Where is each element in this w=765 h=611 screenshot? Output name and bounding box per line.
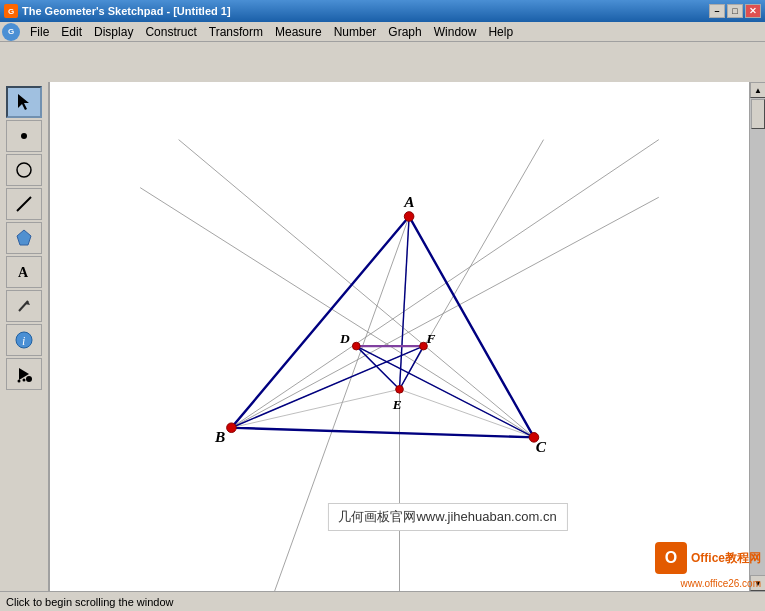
- menu-window[interactable]: Window: [428, 23, 483, 41]
- svg-marker-4: [17, 230, 31, 245]
- title-bar: G The Geometer's Sketchpad - [Untitled 1…: [0, 0, 765, 22]
- marker-tool[interactable]: [6, 290, 42, 322]
- svg-point-13: [18, 380, 21, 383]
- menu-construct[interactable]: Construct: [139, 23, 202, 41]
- svg-line-23: [231, 197, 658, 427]
- svg-text:B: B: [214, 428, 225, 445]
- svg-line-21: [140, 188, 534, 438]
- svg-point-12: [23, 379, 26, 382]
- svg-text:i: i: [22, 334, 25, 348]
- app-icon: G: [4, 4, 18, 18]
- select-tool[interactable]: [6, 86, 42, 118]
- menu-edit[interactable]: Edit: [55, 23, 88, 41]
- svg-text:A: A: [18, 265, 29, 280]
- office-ad: O Office教程网 www.office26.com: [655, 542, 761, 589]
- svg-point-37: [227, 423, 237, 433]
- menu-number[interactable]: Number: [328, 23, 383, 41]
- svg-point-11: [26, 376, 32, 382]
- svg-point-1: [21, 133, 27, 139]
- menu-help[interactable]: Help: [482, 23, 519, 41]
- svg-marker-0: [18, 94, 29, 110]
- svg-marker-30: [231, 216, 534, 437]
- svg-text:D: D: [339, 331, 350, 346]
- info-tool[interactable]: i: [6, 324, 42, 356]
- menu-app-icon: G: [2, 23, 20, 41]
- compass-tool[interactable]: [6, 154, 42, 186]
- svg-point-36: [404, 212, 414, 222]
- outer-menu-bar: G File Edit Display Construct Transform …: [0, 22, 765, 42]
- svg-text:C: C: [536, 438, 547, 455]
- svg-line-31: [400, 216, 410, 389]
- menu-graph[interactable]: Graph: [382, 23, 427, 41]
- svg-line-24: [275, 216, 409, 591]
- inner-window: Untitled 1 – □ ✕: [0, 22, 765, 611]
- main-area: A i: [0, 82, 765, 591]
- vertical-scrollbar[interactable]: ▲ ▼: [749, 82, 765, 591]
- scroll-track[interactable]: [750, 98, 765, 575]
- polygon-tool[interactable]: [6, 222, 42, 254]
- minimize-button[interactable]: –: [709, 4, 725, 18]
- watermark: 几何画板官网www.jihehuaban.com.cn: [327, 503, 567, 531]
- office-label: Office教程网: [691, 550, 761, 567]
- svg-line-28: [231, 389, 399, 427]
- svg-line-3: [17, 197, 31, 211]
- line-tool[interactable]: [6, 188, 42, 220]
- svg-text:E: E: [392, 397, 402, 412]
- svg-marker-34: [356, 346, 423, 389]
- menu-display[interactable]: Display: [88, 23, 139, 41]
- office-url: www.office26.com: [681, 578, 761, 589]
- status-text: Click to begin scrolling the window: [6, 596, 174, 608]
- text-tool[interactable]: A: [6, 256, 42, 288]
- title-bar-text: The Geometer's Sketchpad - [Untitled 1]: [22, 5, 231, 17]
- menu-transform[interactable]: Transform: [203, 23, 269, 41]
- toolbar: A i: [0, 82, 50, 591]
- svg-text:F: F: [425, 331, 435, 346]
- point-tool[interactable]: [6, 120, 42, 152]
- svg-point-2: [17, 163, 31, 177]
- status-bar: Click to begin scrolling the window: [0, 591, 765, 611]
- close-button[interactable]: ✕: [745, 4, 761, 18]
- svg-text:A: A: [403, 193, 414, 210]
- svg-point-39: [352, 342, 360, 350]
- svg-point-40: [396, 385, 404, 393]
- scroll-up-btn[interactable]: ▲: [750, 82, 765, 98]
- canvas-area[interactable]: A B C D E F 几何画板官网www.jihehuaban.com.cn: [50, 82, 749, 591]
- svg-line-22: [179, 140, 534, 438]
- menu-measure[interactable]: Measure: [269, 23, 328, 41]
- svg-line-32: [231, 346, 423, 428]
- menu-file[interactable]: File: [24, 23, 55, 41]
- maximize-button[interactable]: □: [727, 4, 743, 18]
- svg-line-29: [400, 389, 534, 437]
- svg-line-18: [231, 140, 658, 428]
- scroll-thumb[interactable]: [751, 99, 765, 129]
- office-icon: O: [655, 542, 687, 574]
- animate-tool[interactable]: [6, 358, 42, 390]
